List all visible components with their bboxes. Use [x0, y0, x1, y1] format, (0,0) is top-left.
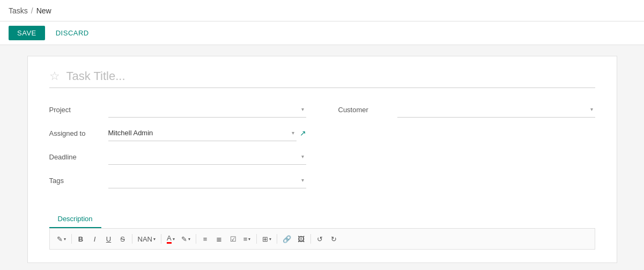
breadcrumb: Tasks / New: [9, 6, 51, 15]
bullet-list-icon: ≡: [203, 235, 208, 243]
undo-icon: ↺: [317, 235, 323, 243]
tabs: Description: [49, 210, 595, 229]
customer-input-wrap: ▾: [397, 102, 595, 118]
customer-dropdown-arrow[interactable]: ▾: [590, 106, 593, 112]
highlight-button[interactable]: ✎ ▾: [179, 233, 193, 245]
project-row: Project ▾: [49, 101, 306, 118]
bold-button[interactable]: B: [75, 233, 87, 245]
checklist-button[interactable]: ☑: [227, 233, 240, 245]
align-button[interactable]: ≡ ▾: [241, 233, 254, 245]
description-section: Description ✎ ▾ B I U S NAN ▾: [49, 210, 595, 250]
separator-2: [132, 234, 132, 244]
form-right: Customer ▾: [338, 101, 595, 195]
italic-button[interactable]: I: [88, 233, 101, 245]
ordered-list-button[interactable]: ≣: [213, 233, 226, 245]
image-icon: 🖼: [298, 235, 305, 243]
assigned-to-row: Assigned to ▾ ↗: [49, 125, 306, 142]
separator-7: [310, 234, 311, 244]
customer-row: Customer ▾: [338, 101, 595, 118]
separator-1: [71, 234, 72, 244]
align-dropdown-arrow: ▾: [248, 237, 250, 242]
form-card: ☆ Project ▾ Assigned to: [27, 56, 617, 263]
action-bar: SAVE DISCARD: [0, 21, 644, 45]
deadline-label: Deadline: [49, 153, 108, 161]
customer-label: Customer: [338, 106, 397, 114]
form-left: Project ▾ Assigned to ▾ ↗: [49, 101, 306, 195]
highlight-icon: ✎: [181, 235, 187, 243]
separator-3: [161, 234, 161, 244]
assigned-to-input-wrap: ▾: [108, 126, 297, 141]
deadline-dropdown-arrow[interactable]: ▾: [301, 154, 304, 159]
assigned-to-label: Assigned to: [49, 129, 108, 137]
checklist-icon: ☑: [230, 235, 236, 243]
deadline-row: Deadline ▾: [49, 148, 306, 165]
task-title-input[interactable]: [66, 69, 595, 83]
project-label: Project: [49, 106, 108, 114]
ordered-list-icon: ≣: [216, 235, 222, 243]
redo-button[interactable]: ↻: [328, 233, 340, 245]
font-size-button[interactable]: NAN ▾: [135, 233, 158, 245]
main-content: ☆ Project ▾ Assigned to: [0, 45, 644, 270]
breadcrumb-separator: /: [31, 6, 33, 15]
pen-icon: ✎: [57, 235, 63, 243]
breadcrumb-tasks-link[interactable]: Tasks: [9, 6, 28, 15]
tab-description[interactable]: Description: [49, 210, 101, 228]
link-icon: 🔗: [283, 235, 291, 243]
breadcrumb-current: New: [36, 6, 51, 15]
tags-dropdown-arrow[interactable]: ▾: [301, 177, 304, 183]
favorite-icon[interactable]: ☆: [49, 69, 60, 83]
discard-button[interactable]: DISCARD: [49, 26, 95, 40]
customer-input[interactable]: [397, 102, 588, 117]
redo-icon: ↻: [331, 235, 337, 243]
tags-label: Tags: [49, 177, 108, 185]
deadline-input[interactable]: [108, 149, 299, 164]
separator-5: [256, 234, 257, 244]
project-dropdown-arrow[interactable]: ▾: [301, 106, 304, 112]
tags-input[interactable]: [108, 173, 299, 188]
tags-input-wrap: ▾: [108, 173, 306, 188]
align-icon: ≡: [243, 235, 248, 243]
format-button[interactable]: ✎ ▾: [54, 233, 69, 245]
project-input-wrap: ▾: [108, 102, 306, 118]
table-dropdown-arrow: ▾: [269, 237, 271, 242]
highlight-dropdown-arrow: ▾: [188, 237, 190, 242]
separator-4: [196, 234, 196, 244]
font-size-label: NAN: [138, 235, 152, 243]
assigned-to-dropdown-arrow[interactable]: ▾: [292, 130, 294, 136]
strikethrough-button[interactable]: S: [116, 233, 129, 245]
font-color-dropdown-arrow: ▾: [173, 237, 175, 242]
font-color-label: A: [167, 234, 172, 244]
underline-button[interactable]: U: [102, 233, 115, 245]
title-row: ☆: [49, 69, 595, 88]
link-button[interactable]: 🔗: [280, 233, 294, 245]
format-dropdown-arrow: ▾: [64, 237, 66, 242]
tags-row: Tags ▾: [49, 172, 306, 189]
breadcrumb-bar: Tasks / New: [0, 0, 644, 21]
project-input[interactable]: [108, 102, 299, 117]
deadline-input-wrap: ▾: [108, 149, 306, 165]
assigned-to-external-link-icon[interactable]: ↗: [300, 129, 306, 137]
separator-6: [277, 234, 277, 244]
undo-button[interactable]: ↺: [314, 233, 327, 245]
table-button[interactable]: ⊞ ▾: [260, 233, 274, 245]
bullet-list-button[interactable]: ≡: [199, 233, 212, 245]
editor-toolbar: ✎ ▾ B I U S NAN ▾ A ▾: [49, 229, 595, 250]
table-icon: ⊞: [262, 235, 268, 243]
font-size-dropdown-arrow: ▾: [153, 237, 156, 242]
assigned-to-input[interactable]: [108, 126, 290, 141]
save-button[interactable]: SAVE: [9, 26, 45, 40]
image-button[interactable]: 🖼: [295, 233, 308, 245]
form-fields: Project ▾ Assigned to ▾ ↗: [49, 101, 595, 195]
strikethrough-icon: S: [120, 235, 125, 243]
font-color-button[interactable]: A ▾: [164, 232, 177, 246]
